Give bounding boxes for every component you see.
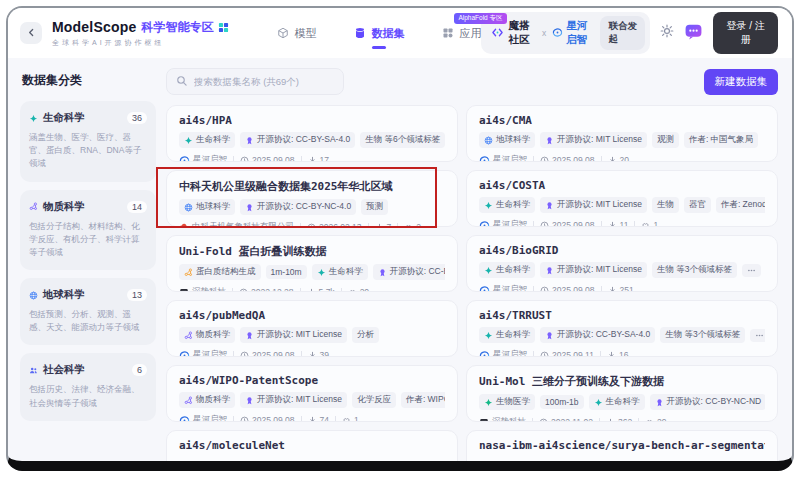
tag[interactable]: 生命科学 bbox=[589, 394, 645, 410]
card-title[interactable]: Uni-Mol 三维分子预训练及下游数据 bbox=[479, 374, 765, 389]
tag[interactable]: 开源协议: MIT License bbox=[240, 327, 347, 343]
nav-item-apps[interactable]: AlphaFold 专区应用 bbox=[442, 20, 481, 47]
dataset-card[interactable]: Uni-Fold 蛋白折叠训练数据 蛋白质结构生成1m-10m生命科学开源协议:… bbox=[166, 235, 458, 292]
tag[interactable]: 化学反应 bbox=[352, 392, 396, 408]
tag[interactable]: 生命科学 bbox=[479, 197, 535, 213]
tag[interactable]: 开源协议: CC-BY-NC-4.0 bbox=[240, 199, 356, 215]
card-title[interactable]: ai4s/HPA bbox=[179, 114, 445, 127]
tag[interactable]: 开源协议: CC-BY-SA-4.0 bbox=[540, 327, 655, 343]
dataset-card[interactable]: ai4s/BioGRID 生命科学开源协议: MIT License生物 等3个… bbox=[466, 235, 778, 292]
tag[interactable]: 生物医学 bbox=[479, 394, 535, 410]
card-title[interactable]: ai4s/COSTA bbox=[479, 179, 765, 192]
tag[interactable]: 开源协议: MIT License bbox=[540, 262, 647, 278]
tag-more[interactable] bbox=[742, 264, 761, 277]
card-org[interactable]: 星河启智 bbox=[479, 284, 527, 292]
license-icon bbox=[655, 398, 664, 407]
card-likes[interactable]: 1 bbox=[342, 415, 359, 422]
card-footer: 星河启智2025.09.08251 bbox=[479, 284, 765, 292]
heart-icon bbox=[348, 288, 357, 293]
theme-toggle-button[interactable] bbox=[660, 24, 674, 42]
tag[interactable]: 观测 bbox=[652, 132, 679, 148]
card-title[interactable]: ai4s/BioGRID bbox=[479, 244, 765, 257]
sidebar-category[interactable]: 地球科学 13 包括预测、分析、观测、遥感、天文、能源动力等子领域 bbox=[20, 278, 156, 345]
card-org[interactable]: 中科天机气象科技有限公司 bbox=[179, 221, 294, 227]
card-title[interactable]: Uni-Fold 蛋白折叠训练数据 bbox=[179, 244, 445, 259]
tag[interactable]: 生命科学 bbox=[479, 262, 535, 278]
dataset-card[interactable]: ai4s/HPA 生命科学开源协议: CC-BY-SA-4.0生物 等6个领域标… bbox=[166, 105, 458, 162]
card-title[interactable]: ai4s/TRRUST bbox=[479, 309, 765, 322]
tag[interactable]: 预测 bbox=[361, 199, 388, 215]
tag[interactable]: 开源协议: MIT License bbox=[540, 197, 647, 213]
tag[interactable]: 物质科学 bbox=[179, 327, 235, 343]
tag[interactable]: 作者: WIPO bbox=[401, 392, 445, 408]
dataset-card[interactable]: ai4s/COSTA 生命科学开源协议: MIT License生物器官作者: … bbox=[466, 170, 778, 227]
tag[interactable]: 生命科学 bbox=[179, 132, 235, 148]
tag[interactable]: 生命科学 bbox=[479, 327, 535, 343]
tag[interactable]: 生物 等3个领域标签 bbox=[652, 262, 737, 278]
category-name: 地球科学 bbox=[43, 288, 85, 302]
nav-item-models[interactable]: 模型 bbox=[277, 20, 316, 47]
card-org[interactable]: 星河启智 bbox=[479, 154, 527, 162]
tag[interactable]: 开源协议: CC-BY-NC-ND bbox=[650, 394, 765, 410]
tag[interactable]: 地球科学 bbox=[479, 132, 535, 148]
tag[interactable]: 生命科学 bbox=[312, 264, 368, 280]
tag[interactable]: 作者: 中国气象局 bbox=[684, 132, 758, 148]
nav-item-datasets[interactable]: 数据集 bbox=[354, 20, 404, 47]
dataset-card[interactable]: ai4s/pubMedQA 物质科学开源协议: MIT License分析 星河… bbox=[166, 300, 458, 357]
tag[interactable]: 分析 bbox=[352, 327, 379, 343]
tag[interactable]: 开源协议: CC-BY-NC-ND bbox=[373, 264, 445, 280]
tag[interactable]: 地球科学 bbox=[179, 199, 235, 215]
category-description: 包括分子结构、材料结构、化学反应、有机分子、科学计算等子领域 bbox=[29, 220, 147, 260]
card-org[interactable]: 星河启智 bbox=[179, 154, 227, 162]
card-likes[interactable]: 2 bbox=[404, 222, 421, 227]
tag[interactable]: 100m-1b bbox=[540, 395, 584, 409]
tag[interactable]: 作者: Zenodo bbox=[716, 197, 765, 213]
dataset-card[interactable]: nasa-ibm-ai4science/surya-bench-ar-segme… bbox=[466, 430, 778, 471]
dataset-card[interactable]: ai4s/CMA 地球科学开源协议: MIT License观测作者: 中国气象… bbox=[466, 105, 778, 162]
dataset-card[interactable]: 中科天机公里级融合数据集2025年华北区域 地球科学开源协议: CC-BY-NC… bbox=[166, 170, 458, 227]
footer-divider bbox=[532, 418, 533, 423]
tag-more[interactable] bbox=[750, 329, 765, 342]
card-likes[interactable]: 1 bbox=[641, 220, 658, 227]
dataset-card[interactable]: ai4s/TRRUST 生命科学开源协议: CC-BY-SA-4.0生物 等3个… bbox=[466, 300, 778, 357]
feedback-button[interactable] bbox=[684, 22, 703, 45]
card-org[interactable]: 深势科技 bbox=[179, 286, 226, 292]
card-org[interactable]: 星河启智 bbox=[179, 414, 227, 422]
card-org[interactable]: 星河启智 bbox=[179, 349, 227, 357]
card-org[interactable]: 星河启智 bbox=[479, 219, 527, 227]
social-science-icon bbox=[29, 366, 38, 375]
sidebar-category[interactable]: 物质科学 14 包括分子结构、材料结构、化学反应、有机分子、科学计算等子领域 bbox=[20, 190, 156, 271]
card-likes[interactable]: 20 bbox=[348, 287, 369, 292]
card-title[interactable]: nasa-ibm-ai4science/surya-bench-ar-segme… bbox=[479, 439, 765, 452]
card-likes[interactable]: 29 bbox=[645, 417, 666, 422]
card-title[interactable]: ai4s/pubMedQA bbox=[179, 309, 445, 322]
sidebar-category[interactable]: 社会科学 6 包括历史、法律、经济金融、社会舆情等子领域 bbox=[20, 353, 156, 420]
tag[interactable]: 开源协议: CC-BY-SA-4.0 bbox=[240, 132, 355, 148]
card-title[interactable]: ai4s/WIPO-PatentScope bbox=[179, 374, 445, 387]
tag[interactable]: 生物 等6个领域标签 bbox=[360, 132, 445, 148]
card-footer: 中科天机气象科技有限公司2026.02.1372 bbox=[179, 221, 445, 227]
dataset-card[interactable]: ai4s/WIPO-PatentScope 物质科学开源协议: MIT Lice… bbox=[166, 365, 458, 422]
card-title[interactable]: 中科天机公里级融合数据集2025年华北区域 bbox=[179, 179, 445, 194]
card-org[interactable]: 深势科技 bbox=[479, 416, 526, 422]
tag[interactable]: 物质科学 bbox=[179, 392, 235, 408]
tag[interactable]: 生物 等3个领域标签 bbox=[660, 327, 745, 343]
new-dataset-button[interactable]: 新建数据集 bbox=[704, 69, 779, 95]
tag[interactable]: 开源协议: MIT License bbox=[540, 132, 647, 148]
sidebar-category[interactable]: 生命科学 36 涵盖生物、医学、医疗、器官、蛋白质、RNA、DNA等子领域 bbox=[20, 101, 156, 182]
tag[interactable]: 开源协议: MIT License bbox=[240, 392, 347, 408]
tag[interactable]: 生物 bbox=[652, 197, 679, 213]
login-register-button[interactable]: 登录 / 注册 bbox=[713, 12, 778, 54]
dataset-card[interactable]: ai4s/moleculeNet bbox=[166, 430, 458, 471]
tag[interactable]: 器官 bbox=[684, 197, 711, 213]
tag[interactable]: 蛋白质结构生成 bbox=[179, 264, 261, 280]
back-button[interactable] bbox=[20, 22, 42, 44]
brand[interactable]: ModelScope 科学智能专区 全球科学AI开源协作枢纽 bbox=[52, 19, 229, 47]
card-title[interactable]: ai4s/CMA bbox=[479, 114, 765, 127]
search-input[interactable] bbox=[194, 76, 334, 87]
card-title[interactable]: ai4s/moleculeNet bbox=[179, 439, 445, 452]
dataset-card[interactable]: Uni-Mol 三维分子预训练及下游数据 生物医学100m-1b生命科学开源协议… bbox=[466, 365, 778, 422]
card-org[interactable]: 星河启智 bbox=[479, 349, 527, 357]
dataset-search[interactable] bbox=[166, 68, 344, 95]
tag[interactable]: 1m-10m bbox=[266, 265, 307, 279]
